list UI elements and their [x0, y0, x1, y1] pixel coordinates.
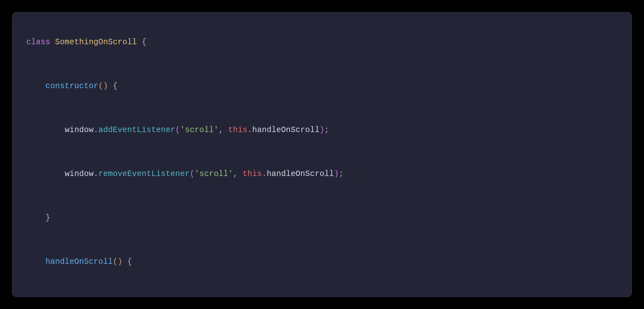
prop-handleonscroll: handleOnScroll: [267, 169, 334, 179]
semicolon: ;: [325, 125, 329, 135]
ident-window: window: [65, 169, 94, 179]
comma: ,: [219, 125, 228, 135]
paren-open: (: [190, 169, 195, 179]
keyword-this: this: [243, 169, 262, 179]
dot: .: [94, 125, 98, 135]
brace-close: }: [46, 213, 50, 222]
indent: [26, 82, 46, 91]
keyword-class: class: [26, 38, 50, 47]
keyword-this: this: [228, 125, 248, 135]
paren-close: ): [319, 125, 324, 135]
string-scroll: 'scroll': [195, 169, 233, 179]
code-block[interactable]: class SomethingOnScroll { constructor() …: [26, 31, 618, 297]
brace-open: {: [127, 257, 132, 266]
prop-handleonscroll: handleOnScroll: [252, 125, 320, 135]
indent: [26, 257, 46, 266]
indent: [26, 213, 46, 222]
method-constructor: constructor: [46, 82, 98, 91]
comma: ,: [233, 169, 243, 179]
parens: (): [98, 82, 108, 91]
dot: .: [262, 169, 267, 179]
code-panel: class SomethingOnScroll { constructor() …: [12, 12, 632, 297]
ident-window: window: [65, 125, 94, 135]
semicolon: ;: [339, 169, 344, 179]
indent: [26, 169, 65, 179]
func-addeventlistener: addEventListener: [98, 125, 175, 135]
parens: (): [113, 257, 122, 266]
string-scroll: 'scroll': [180, 125, 219, 135]
method-handleonscroll: handleOnScroll: [46, 257, 113, 266]
dot: .: [247, 125, 252, 135]
brace-open: {: [142, 38, 146, 47]
func-removeeventlistener: removeEventListener: [98, 169, 190, 179]
paren-open: (: [175, 125, 180, 135]
dot: .: [94, 169, 98, 179]
class-name: SomethingOnScroll: [55, 38, 137, 47]
brace-open: {: [113, 82, 118, 91]
indent: [26, 125, 65, 135]
paren-close: ): [334, 169, 339, 179]
